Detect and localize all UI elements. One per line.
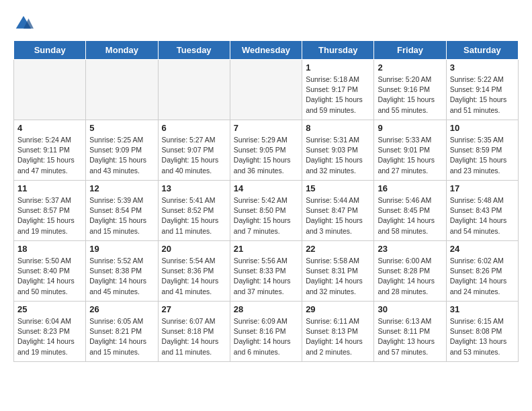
- day-info: Sunrise: 5:50 AM Sunset: 8:40 PM Dayligh…: [17, 256, 82, 297]
- calendar-cell: [230, 60, 302, 120]
- calendar-cell: 21Sunrise: 5:56 AM Sunset: 8:33 PM Dayli…: [230, 241, 302, 302]
- day-info: Sunrise: 5:27 AM Sunset: 9:07 PM Dayligh…: [162, 135, 226, 176]
- day-number: 25: [17, 304, 82, 314]
- day-number: 15: [306, 183, 370, 193]
- day-number: 2: [378, 62, 442, 73]
- day-number: 3: [450, 62, 515, 73]
- calendar-cell: 9Sunrise: 5:33 AM Sunset: 9:01 PM Daylig…: [374, 120, 446, 181]
- day-number: 23: [378, 244, 442, 254]
- calendar-cell: 23Sunrise: 6:00 AM Sunset: 8:28 PM Dayli…: [374, 241, 446, 302]
- day-info: Sunrise: 6:09 AM Sunset: 8:16 PM Dayligh…: [234, 316, 298, 357]
- day-number: 12: [89, 183, 154, 193]
- day-number: 17: [450, 183, 515, 193]
- day-info: Sunrise: 6:02 AM Sunset: 8:26 PM Dayligh…: [450, 256, 515, 297]
- day-number: 26: [89, 304, 154, 314]
- day-info: Sunrise: 6:05 AM Sunset: 8:21 PM Dayligh…: [89, 316, 154, 357]
- day-number: 21: [234, 244, 298, 254]
- calendar-cell: 11Sunrise: 5:37 AM Sunset: 8:57 PM Dayli…: [14, 181, 86, 241]
- day-info: Sunrise: 5:54 AM Sunset: 8:36 PM Dayligh…: [162, 256, 226, 297]
- weekday-header: Saturday: [446, 41, 518, 60]
- day-info: Sunrise: 6:11 AM Sunset: 8:13 PM Dayligh…: [306, 316, 370, 357]
- day-info: Sunrise: 5:56 AM Sunset: 8:33 PM Dayligh…: [234, 256, 298, 297]
- calendar-week-row: 4Sunrise: 5:24 AM Sunset: 9:11 PM Daylig…: [14, 120, 519, 181]
- calendar-cell: 26Sunrise: 6:05 AM Sunset: 8:21 PM Dayli…: [86, 302, 158, 362]
- day-info: Sunrise: 5:33 AM Sunset: 9:01 PM Dayligh…: [378, 135, 442, 176]
- day-info: Sunrise: 5:25 AM Sunset: 9:09 PM Dayligh…: [89, 135, 154, 176]
- calendar-body: 1Sunrise: 5:18 AM Sunset: 9:17 PM Daylig…: [14, 60, 519, 362]
- day-number: 6: [162, 123, 226, 133]
- day-number: 24: [450, 244, 515, 254]
- day-info: Sunrise: 6:13 AM Sunset: 8:11 PM Dayligh…: [378, 316, 442, 357]
- weekday-header: Monday: [86, 41, 158, 60]
- calendar-header: SundayMondayTuesdayWednesdayThursdayFrid…: [14, 41, 519, 60]
- day-info: Sunrise: 5:24 AM Sunset: 9:11 PM Dayligh…: [17, 135, 82, 176]
- page-header: [13, 13, 519, 34]
- calendar-cell: [86, 60, 158, 120]
- day-info: Sunrise: 5:39 AM Sunset: 8:54 PM Dayligh…: [89, 195, 154, 236]
- day-number: 18: [17, 244, 82, 254]
- day-info: Sunrise: 5:20 AM Sunset: 9:16 PM Dayligh…: [378, 75, 442, 116]
- calendar-cell: 30Sunrise: 6:13 AM Sunset: 8:11 PM Dayli…: [374, 302, 446, 362]
- day-info: Sunrise: 5:22 AM Sunset: 9:14 PM Dayligh…: [450, 75, 515, 116]
- calendar-cell: 28Sunrise: 6:09 AM Sunset: 8:16 PM Dayli…: [230, 302, 302, 362]
- calendar-cell: 27Sunrise: 6:07 AM Sunset: 8:18 PM Dayli…: [158, 302, 230, 362]
- weekday-header: Wednesday: [230, 41, 302, 60]
- calendar-cell: 31Sunrise: 6:15 AM Sunset: 8:08 PM Dayli…: [446, 302, 518, 362]
- calendar-cell: 25Sunrise: 6:04 AM Sunset: 8:23 PM Dayli…: [14, 302, 86, 362]
- calendar-week-row: 11Sunrise: 5:37 AM Sunset: 8:57 PM Dayli…: [14, 181, 519, 241]
- day-info: Sunrise: 6:00 AM Sunset: 8:28 PM Dayligh…: [378, 256, 442, 297]
- calendar-cell: 5Sunrise: 5:25 AM Sunset: 9:09 PM Daylig…: [86, 120, 158, 181]
- weekday-header: Thursday: [302, 41, 374, 60]
- day-number: 9: [378, 123, 442, 133]
- day-info: Sunrise: 6:07 AM Sunset: 8:18 PM Dayligh…: [162, 316, 226, 357]
- calendar-cell: 22Sunrise: 5:58 AM Sunset: 8:31 PM Dayli…: [302, 241, 374, 302]
- day-info: Sunrise: 5:18 AM Sunset: 9:17 PM Dayligh…: [306, 75, 370, 116]
- logo: [13, 13, 38, 34]
- calendar-table: SundayMondayTuesdayWednesdayThursdayFrid…: [13, 40, 519, 362]
- calendar-cell: 3Sunrise: 5:22 AM Sunset: 9:14 PM Daylig…: [446, 60, 518, 120]
- calendar-cell: 18Sunrise: 5:50 AM Sunset: 8:40 PM Dayli…: [14, 241, 86, 302]
- calendar-cell: [158, 60, 230, 120]
- day-number: 8: [306, 123, 370, 133]
- calendar-cell: 12Sunrise: 5:39 AM Sunset: 8:54 PM Dayli…: [86, 181, 158, 241]
- day-number: 13: [162, 183, 226, 193]
- calendar-cell: 6Sunrise: 5:27 AM Sunset: 9:07 PM Daylig…: [158, 120, 230, 181]
- day-number: 27: [162, 304, 226, 314]
- day-info: Sunrise: 5:35 AM Sunset: 8:59 PM Dayligh…: [450, 135, 515, 176]
- calendar-cell: 7Sunrise: 5:29 AM Sunset: 9:05 PM Daylig…: [230, 120, 302, 181]
- day-number: 28: [234, 304, 298, 314]
- calendar-week-row: 18Sunrise: 5:50 AM Sunset: 8:40 PM Dayli…: [14, 241, 519, 302]
- day-info: Sunrise: 5:52 AM Sunset: 8:38 PM Dayligh…: [89, 256, 154, 297]
- day-info: Sunrise: 6:15 AM Sunset: 8:08 PM Dayligh…: [450, 316, 515, 357]
- calendar-cell: 20Sunrise: 5:54 AM Sunset: 8:36 PM Dayli…: [158, 241, 230, 302]
- logo-icon: [13, 13, 34, 34]
- calendar-cell: 13Sunrise: 5:41 AM Sunset: 8:52 PM Dayli…: [158, 181, 230, 241]
- day-number: 1: [306, 62, 370, 73]
- calendar-cell: 10Sunrise: 5:35 AM Sunset: 8:59 PM Dayli…: [446, 120, 518, 181]
- day-info: Sunrise: 6:04 AM Sunset: 8:23 PM Dayligh…: [17, 316, 82, 357]
- day-info: Sunrise: 5:48 AM Sunset: 8:43 PM Dayligh…: [450, 195, 515, 236]
- day-number: 5: [89, 123, 154, 133]
- calendar-cell: 24Sunrise: 6:02 AM Sunset: 8:26 PM Dayli…: [446, 241, 518, 302]
- day-number: 11: [17, 183, 82, 193]
- weekday-header: Sunday: [14, 41, 86, 60]
- day-number: 10: [450, 123, 515, 133]
- day-number: 22: [306, 244, 370, 254]
- day-number: 7: [234, 123, 298, 133]
- day-number: 4: [17, 123, 82, 133]
- day-number: 14: [234, 183, 298, 193]
- day-info: Sunrise: 5:29 AM Sunset: 9:05 PM Dayligh…: [234, 135, 298, 176]
- calendar-cell: 1Sunrise: 5:18 AM Sunset: 9:17 PM Daylig…: [302, 60, 374, 120]
- calendar-cell: 2Sunrise: 5:20 AM Sunset: 9:16 PM Daylig…: [374, 60, 446, 120]
- day-info: Sunrise: 5:42 AM Sunset: 8:50 PM Dayligh…: [234, 195, 298, 236]
- day-info: Sunrise: 5:37 AM Sunset: 8:57 PM Dayligh…: [17, 195, 82, 236]
- calendar-cell: 8Sunrise: 5:31 AM Sunset: 9:03 PM Daylig…: [302, 120, 374, 181]
- calendar-cell: 15Sunrise: 5:44 AM Sunset: 8:47 PM Dayli…: [302, 181, 374, 241]
- calendar-cell: 4Sunrise: 5:24 AM Sunset: 9:11 PM Daylig…: [14, 120, 86, 181]
- calendar-week-row: 1Sunrise: 5:18 AM Sunset: 9:17 PM Daylig…: [14, 60, 519, 120]
- weekday-header: Tuesday: [158, 41, 230, 60]
- weekday-row: SundayMondayTuesdayWednesdayThursdayFrid…: [14, 41, 519, 60]
- weekday-header: Friday: [374, 41, 446, 60]
- day-number: 31: [450, 304, 515, 314]
- calendar-cell: 17Sunrise: 5:48 AM Sunset: 8:43 PM Dayli…: [446, 181, 518, 241]
